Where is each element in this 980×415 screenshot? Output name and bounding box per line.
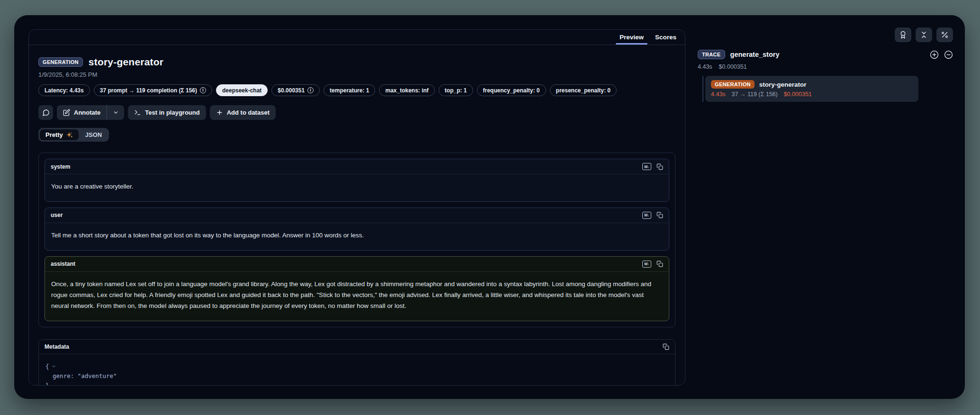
metadata-title: Metadata: [45, 343, 69, 350]
trace-type-badge: TRACE: [698, 50, 725, 59]
tab-scores[interactable]: Scores: [650, 30, 681, 45]
annotate-split-button: Annotate: [57, 105, 124, 120]
observation-detail-panel: Preview Scores GENERATION story-generato…: [28, 29, 685, 386]
markdown-toggle-icon[interactable]: M↓: [642, 163, 651, 170]
json-open-brace: {: [45, 362, 49, 371]
observation-name: story-generator: [759, 81, 807, 88]
assistant-message-block: assistant M↓ Once, a tiny token named Le…: [45, 256, 669, 321]
cost-label: $0.000351: [278, 87, 305, 94]
token-usage-label: 37 prompt → 119 completion (Σ 156): [100, 87, 197, 94]
playground-label: Test in playground: [145, 109, 199, 116]
metadata-header: Metadata: [39, 340, 675, 354]
metadata-json-viewer: { genre: "adventure" }: [39, 354, 675, 386]
view-format-toggle: Pretty JSON: [38, 128, 109, 142]
max-tokens-badge: max_tokens: inf: [379, 84, 434, 96]
messages-container: system M↓ You are a creative storyteller…: [38, 153, 675, 327]
trace-root-row[interactable]: TRACE generate_story: [698, 50, 953, 59]
comment-button[interactable]: [38, 105, 53, 120]
detail-panel-content: GENERATION story-generator 1/9/2025, 6:0…: [29, 45, 685, 386]
message-actions: M↓: [642, 261, 663, 268]
trace-name: generate_story: [730, 51, 780, 58]
presence-penalty-badge: presence_penalty: 0: [550, 84, 617, 96]
info-icon[interactable]: i: [200, 87, 206, 93]
json-line: }: [45, 381, 668, 386]
sparkles-icon: [66, 132, 73, 138]
add-to-dataset-button[interactable]: Add to dataset: [210, 105, 276, 120]
tab-preview[interactable]: Preview: [615, 30, 648, 45]
message-role-label: system: [51, 163, 70, 170]
latency-badge: Latency: 4.43s: [38, 84, 90, 96]
copy-icon[interactable]: [656, 212, 663, 218]
json-view-toggle[interactable]: JSON: [80, 129, 108, 140]
test-in-playground-button[interactable]: Test in playground: [128, 105, 206, 120]
generation-type-badge: GENERATION: [38, 57, 83, 67]
award-icon: [899, 31, 907, 39]
observation-tree: GENERATION story-generator 4.43s 37 → 11…: [702, 76, 953, 102]
model-badge[interactable]: deepseek-chat: [216, 84, 268, 96]
message-role-label: user: [51, 212, 63, 218]
message-content: Once, a tiny token named Lex set off to …: [45, 272, 669, 321]
observation-cost: $0.000351: [784, 91, 812, 98]
pencil-square-icon: [63, 109, 70, 116]
observation-item-header: GENERATION story-generator: [711, 80, 913, 89]
temperature-badge: temperature: 1: [324, 84, 375, 96]
top-p-badge: top_p: 1: [439, 84, 473, 96]
json-line: {: [45, 362, 668, 371]
annotate-dropdown-button[interactable]: [107, 105, 124, 120]
message-role-label: assistant: [51, 261, 75, 267]
expand-all-button[interactable]: [930, 50, 939, 59]
percent-icon: [941, 31, 949, 39]
observation-generation-badge: GENERATION: [711, 80, 755, 89]
pretty-view-toggle[interactable]: Pretty: [40, 129, 79, 140]
trace-cost: $0.000351: [719, 63, 747, 70]
observation-metrics: 4.43s 37 → 119 (Σ 156) $0.000351: [711, 91, 913, 98]
observation-tree-item[interactable]: GENERATION story-generator 4.43s 37 → 11…: [705, 76, 918, 102]
observation-tokens: 37 → 119 (Σ 156): [732, 91, 778, 98]
badges-row: Latency: 4.43s 37 prompt → 119 completio…: [38, 84, 675, 96]
terminal-icon: [134, 109, 141, 116]
frequency-penalty-badge: frequency_penalty: 0: [477, 84, 546, 96]
user-message-header: user M↓: [45, 208, 669, 223]
plus-icon: [216, 109, 223, 116]
message-content: You are a creative storyteller.: [45, 174, 669, 201]
title-row: GENERATION story-generator: [38, 56, 675, 68]
token-usage-badge[interactable]: 37 prompt → 119 completion (Σ 156) i: [94, 84, 212, 96]
observation-latency: 4.43s: [711, 91, 726, 98]
circle-plus-icon: [930, 50, 939, 59]
collapse-caret-icon[interactable]: [51, 364, 56, 369]
metrics-percent-button[interactable]: [936, 27, 953, 42]
comment-bubble-icon: [42, 109, 50, 117]
pretty-label: Pretty: [45, 131, 63, 138]
message-actions: M↓: [642, 163, 663, 170]
app-window: Preview Scores GENERATION story-generato…: [14, 15, 965, 399]
trace-metrics: 4.43s $0.000351: [698, 63, 953, 70]
json-line: genre: "adventure": [45, 371, 668, 381]
toolbar: Annotate Test in playground: [38, 105, 675, 120]
add-dataset-label: Add to dataset: [227, 109, 270, 116]
annotate-label: Annotate: [74, 109, 100, 116]
copy-icon[interactable]: [656, 163, 663, 170]
copy-icon[interactable]: [663, 343, 669, 350]
info-icon[interactable]: i: [307, 87, 314, 93]
circle-minus-icon: [944, 50, 953, 59]
chevrons-collapse-icon: [920, 31, 928, 39]
trace-latency: 4.43s: [698, 63, 712, 70]
page-title: story-generator: [89, 56, 163, 68]
message-content: Tell me a short story about a token that…: [45, 223, 669, 250]
system-message-header: system M↓: [45, 159, 669, 174]
assistant-message-header: assistant M↓: [45, 257, 669, 272]
message-actions: M↓: [642, 212, 663, 219]
scores-award-button[interactable]: [895, 27, 911, 42]
annotate-button[interactable]: Annotate: [57, 105, 107, 120]
cost-badge[interactable]: $0.000351 i: [271, 84, 320, 96]
copy-icon[interactable]: [656, 261, 663, 267]
collapse-all-button[interactable]: [944, 50, 953, 59]
timestamp: 1/9/2025, 6:08:25 PM: [38, 71, 675, 78]
markdown-toggle-icon[interactable]: M↓: [642, 261, 651, 268]
markdown-toggle-icon[interactable]: M↓: [642, 212, 651, 219]
detail-panel-header: Preview Scores: [29, 30, 685, 45]
trace-tree-panel: TRACE generate_story 4.43s $0.000351 GEN…: [698, 27, 953, 102]
system-message-block: system M↓ You are a creative storyteller…: [45, 159, 669, 202]
user-message-block: user M↓ Tell me a short story about a to…: [45, 208, 669, 251]
collapse-panel-button[interactable]: [916, 27, 932, 42]
